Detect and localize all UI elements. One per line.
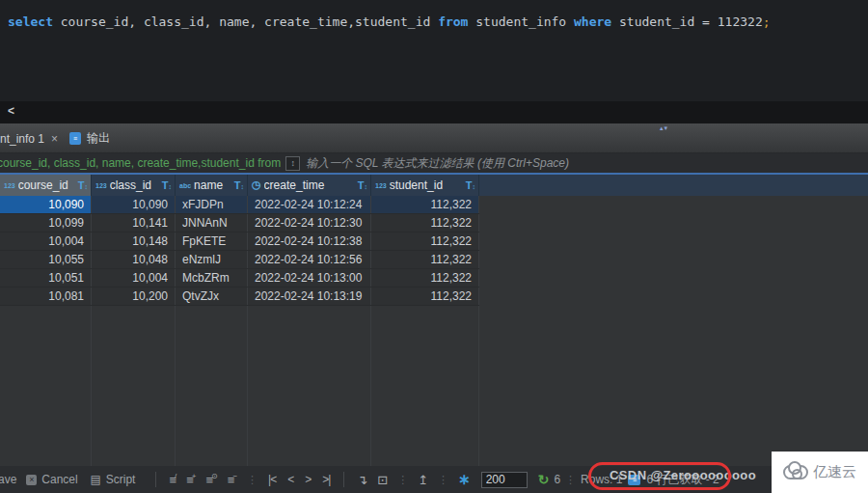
tab-label: nt_info 1	[0, 132, 44, 146]
apply-row-changes-icon[interactable]: ≡/	[169, 473, 176, 487]
toolbar-dots-divider: ⋮	[438, 474, 448, 486]
column-label: name	[194, 178, 234, 192]
export-icon[interactable]: ↥	[418, 473, 428, 487]
table-row[interactable]: 10,00410,148FpKETE2022-02-24 10:12:38112…	[0, 233, 479, 251]
table-cell[interactable]: 112,322	[371, 269, 479, 287]
fetch-next-page-icon[interactable]: ↴	[357, 473, 367, 487]
table-cell[interactable]: 2022-02-24 10:12:56	[248, 251, 371, 268]
table-cell[interactable]: 10,051	[0, 269, 92, 287]
table-cell[interactable]: 112,322	[371, 196, 479, 213]
column-header-class_id[interactable]: 123class_idT↕	[92, 175, 176, 196]
table-cell[interactable]: 10,055	[0, 251, 92, 268]
table-cell[interactable]: eNzmlJ	[176, 251, 248, 268]
column-filter-icon[interactable]: T↕	[234, 179, 244, 191]
column-type-icon: 123	[4, 182, 15, 189]
table-cell[interactable]: 10,081	[0, 288, 92, 305]
table-cell[interactable]: 2022-02-24 10:12:24	[248, 196, 371, 213]
table-cell[interactable]: McbZRm	[176, 269, 248, 287]
table-cell[interactable]: 2022-02-24 10:12:38	[248, 233, 371, 250]
column-type-icon: ◷	[252, 178, 261, 191]
toolbar-dots-divider: ⋮	[565, 474, 576, 486]
column-filter-icon[interactable]: T↕	[78, 179, 88, 191]
exec-count: 6	[554, 473, 560, 486]
table-cell[interactable]: 10,099	[0, 214, 92, 232]
table-cell[interactable]: 10,200	[92, 288, 176, 305]
table-cell[interactable]: 10,004	[92, 269, 176, 287]
table-cell[interactable]: 2022-02-24 10:13:00	[248, 269, 371, 287]
brand-logo-text: 亿速云	[813, 463, 856, 481]
cancel-button[interactable]: × Cancel	[26, 473, 77, 486]
select-region-icon[interactable]: ⊡	[377, 473, 388, 487]
cancel-icon: ×	[26, 475, 37, 485]
table-row[interactable]: 10,05510,048eNzmlJ2022-02-24 10:12:56112…	[0, 251, 479, 269]
save-button[interactable]: Save	[0, 473, 16, 486]
table-cell[interactable]: 10,090	[0, 196, 92, 213]
tab-label: 输出	[87, 130, 110, 147]
cloud-icon	[783, 465, 808, 479]
column-filter-icon[interactable]: T↕	[162, 179, 172, 191]
prev-row-icon[interactable]: <	[287, 473, 293, 486]
table-row[interactable]: 10,09010,090xFJDPn2022-02-24 10:12:24112…	[0, 196, 479, 214]
table-cell[interactable]: JNNAnN	[176, 214, 248, 232]
script-icon: ▤	[91, 475, 101, 485]
column-header-course_id[interactable]: 123course_idT↕	[0, 175, 92, 196]
table-row[interactable]: 10,09910,141JNNAnN2022-02-24 10:12:30112…	[0, 214, 479, 233]
table-cell[interactable]: 112,322	[371, 288, 479, 305]
table-cell[interactable]: 112,322	[371, 233, 479, 250]
duplicate-row-icon[interactable]: ≡⊙	[206, 473, 218, 487]
filter-arrows-icon: ↕	[241, 183, 245, 190]
grid-rows: 10,09010,090xFJDPn2022-02-24 10:12:24112…	[0, 196, 479, 306]
table-cell[interactable]: 2022-02-24 10:12:30	[248, 214, 371, 232]
scroll-left-icon[interactable]: <	[8, 104, 14, 118]
first-row-icon[interactable]: |<	[268, 473, 276, 486]
table-row[interactable]: 10,05110,004McbZRm2022-02-24 10:13:00112…	[0, 269, 479, 288]
save-label: Save	[0, 473, 16, 486]
sql-token: ;	[763, 14, 771, 29]
sql-token: select	[8, 14, 53, 29]
column-label: class_id	[110, 178, 162, 192]
brand-logo: 亿速云	[772, 452, 868, 493]
cancel-label: Cancel	[41, 473, 77, 486]
fetch-size-input[interactable]	[481, 472, 528, 488]
filter-placeholder-text[interactable]: 输入一个 SQL 表达式来过滤结果 (使用 Ctrl+Space)	[306, 155, 569, 172]
table-cell[interactable]: xFJDPn	[176, 196, 248, 213]
filter-expand-icon[interactable]: ↕	[285, 156, 300, 171]
column-label: course_id	[18, 178, 78, 192]
sql-editor[interactable]: select course_id, class_id, name, create…	[0, 0, 868, 101]
table-cell[interactable]: QtvZJx	[176, 288, 248, 305]
table-row[interactable]: 10,08110,200QtvZJx2022-02-24 10:13:19112…	[0, 288, 479, 306]
close-icon[interactable]: ×	[51, 132, 58, 146]
sql-line[interactable]: select course_id, class_id, name, create…	[8, 14, 771, 29]
table-cell[interactable]: 112,322	[371, 214, 479, 232]
table-cell[interactable]: 2022-02-24 10:13:19	[248, 288, 371, 305]
table-cell[interactable]: 10,090	[92, 196, 176, 213]
table-cell[interactable]: 112,322	[371, 251, 479, 268]
table-cell[interactable]: 10,048	[92, 251, 176, 268]
add-row-icon[interactable]: ≡+	[186, 473, 196, 487]
extra-tools-group: ↴⊡	[352, 473, 393, 487]
toolbar-dots-divider: ⋮	[247, 474, 258, 486]
delete-row-icon[interactable]: ≡−	[228, 473, 237, 487]
splitter-handle-icon[interactable]: ▴▾	[660, 124, 668, 132]
column-header-create_time[interactable]: ◷create_timeT↕	[248, 175, 371, 196]
last-row-icon[interactable]: >|	[322, 473, 330, 486]
refresh-icon[interactable]: ↻	[538, 472, 550, 487]
column-header-student_id[interactable]: 123student_idT↕	[371, 175, 479, 196]
column-filter-icon[interactable]: T↕	[358, 179, 367, 191]
next-row-icon[interactable]: >	[305, 473, 311, 486]
row-tools-group: ≡/≡+≡⊙≡−	[164, 472, 242, 486]
result-filter-bar[interactable]: course_id, class_id, name, create_time,s…	[0, 153, 868, 175]
column-header-name[interactable]: abcnameT↕	[176, 175, 248, 196]
table-cell[interactable]: 10,148	[92, 233, 176, 250]
grid-settings-icon[interactable]: ∗	[458, 471, 471, 488]
sql-token: where	[574, 14, 611, 29]
tab-student-info-result[interactable]: nt_info 1 ×	[0, 123, 58, 153]
column-filter-icon[interactable]: T↕	[466, 179, 475, 191]
script-button[interactable]: ▤ Script	[91, 473, 136, 486]
table-cell[interactable]: 10,004	[0, 233, 92, 250]
toolbar-divider	[343, 472, 344, 487]
tab-output[interactable]: ≡ 输出	[69, 123, 110, 153]
table-cell[interactable]: FpKETE	[176, 233, 248, 250]
table-cell[interactable]: 10,141	[92, 214, 176, 232]
column-type-icon: 123	[375, 182, 387, 189]
